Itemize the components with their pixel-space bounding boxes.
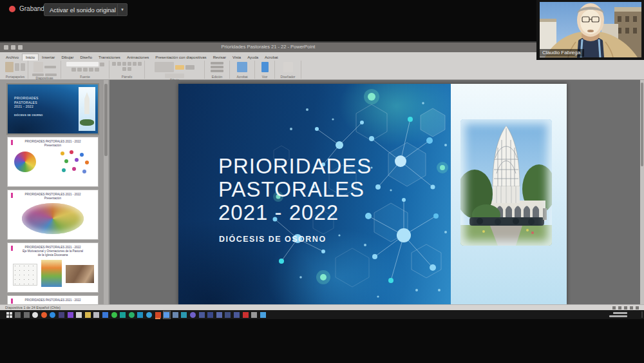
ribbon-button <box>5 62 14 72</box>
ribbon-button <box>100 63 104 66</box>
ribbon-group-dibujo[interactable]: Dibujo <box>145 61 205 79</box>
taskbar-icon-edge[interactable] <box>49 311 57 319</box>
taskbar-icon-whatsapp[interactable] <box>110 311 118 319</box>
ribbon-button <box>77 68 82 72</box>
taskbar-icon-app-dim-3[interactable] <box>215 311 223 319</box>
slideshow-icon[interactable] <box>630 306 633 309</box>
taskbar-icon-app-green[interactable] <box>128 311 135 319</box>
normal-view-icon[interactable] <box>612 306 616 309</box>
taskbar-icon-your-phone[interactable] <box>75 311 83 319</box>
ribbon-button <box>211 66 223 68</box>
taskbar-icon-teams[interactable] <box>189 311 196 319</box>
taskbar-icon-media-player[interactable] <box>251 311 258 319</box>
thumbnail-slide-2[interactable]: PRIORIDADES PASTORALES 2021 - 2022 Prese… <box>8 137 98 186</box>
taskbar-icon-app-blue[interactable] <box>102 311 109 319</box>
taskbar-icon-app-cyan[interactable] <box>137 311 144 319</box>
show-desktop-button[interactable] <box>641 311 643 318</box>
taskbar-icon-windows[interactable] <box>5 311 13 319</box>
ribbon-group-diapositivas[interactable]: Diapositivas <box>28 61 61 79</box>
ribbon-group-label: Acrobat <box>236 75 247 79</box>
vertical-scrollbar[interactable] <box>640 80 644 304</box>
ribbon-tab-ayuda[interactable]: Ayuda <box>244 54 261 61</box>
reading-view-icon[interactable] <box>624 306 627 309</box>
taskbar-icon-app-dim-2[interactable] <box>207 311 214 319</box>
taskbar-icon-app-slate[interactable] <box>171 311 179 319</box>
ppt-work-area: PRIORIDADES PASTORALES 2021 - 2022 DIÓCE… <box>0 80 644 304</box>
zoom-meeting-window: Grabando Activar el sonido original ▼ <box>0 0 644 363</box>
ribbon-tab-dibujar[interactable]: Dibujar <box>58 54 77 61</box>
thumbnail-slide-5[interactable]: PRIORIDADES PASTORALES 2021 - 2022 <box>8 296 98 304</box>
taskbar-icon-app-red[interactable] <box>242 311 249 319</box>
taskbar-icon-app-dim-1[interactable] <box>198 311 205 319</box>
slide-canvas[interactable]: PRIORIDADES PASTORALES 2021 - 2022 DIÓCE… <box>178 84 567 304</box>
taskbar-icon-app-purple[interactable] <box>66 311 74 319</box>
taskbar-icon-cortana[interactable] <box>32 311 39 319</box>
ribbon-group-párrafo[interactable]: Párrafo <box>109 61 145 79</box>
windows-taskbar <box>0 310 644 319</box>
ribbon-groups: PortapapelesDiapositivasFuentePárrafoDib… <box>0 61 644 79</box>
ribbon-button <box>117 62 121 66</box>
view-buttons[interactable] <box>612 306 639 309</box>
thumbnail-slide-4[interactable]: PRIORIDADES PASTORALES 2021 - 2022 Eje M… <box>8 243 98 292</box>
thumbnail-1-title: PRIORIDADES PASTORALES 2021 - 2022 <box>14 96 39 109</box>
taskbar-icon-app-dim-4[interactable] <box>224 311 232 319</box>
taskbar-icon-app-dark[interactable] <box>58 311 66 319</box>
zoom-control-icon[interactable] <box>636 306 639 309</box>
taskbar-icon-zoom-active[interactable] <box>163 311 171 319</box>
slide-blue-area: PRIORIDADES PASTORALES 2021 - 2022 DIÓCE… <box>178 84 451 304</box>
ribbon-tab-diseño[interactable]: Diseño <box>77 54 95 61</box>
original-sound-button[interactable]: Activar el sonido original <box>44 3 122 16</box>
taskbar-icon-app-teal[interactable] <box>119 311 127 319</box>
ribbon-button <box>283 62 293 72</box>
ribbon-button <box>122 62 126 66</box>
slide-sorter-icon[interactable] <box>618 306 621 309</box>
ribbon-group-label: Voz <box>262 75 267 79</box>
ribbon-button <box>122 67 126 71</box>
taskbar-icon-search[interactable] <box>14 311 22 319</box>
thumbnail-3-caption: PRIORIDADES PASTORALES 2021 - 2022 <box>10 193 95 197</box>
thumbnail-slide-3[interactable]: PRIORIDADES PASTORALES 2021 - 2022 Prese… <box>8 190 98 239</box>
ribbon-button <box>155 62 174 72</box>
taskbar-icon-powerpoint[interactable] <box>154 311 162 319</box>
ribbon-tab-vista[interactable]: Vista <box>229 54 244 61</box>
taskbar-icon-folder-amber[interactable] <box>84 311 91 319</box>
slide-thumbnail-panel[interactable]: PRIORIDADES PASTORALES 2021 - 2022 DIÓCE… <box>0 80 109 304</box>
thumbnail-2-circle-image <box>14 152 36 172</box>
thumbnail-scrollbar[interactable] <box>104 80 108 304</box>
ribbon-tab-acrobat[interactable]: Acrobat <box>261 54 281 61</box>
ribbon-tab-animaciones[interactable]: Animaciones <box>124 54 152 61</box>
ribbon-tab-insertar[interactable]: Insertar <box>39 54 58 61</box>
thumbnail-slide-1[interactable]: PRIORIDADES PASTORALES 2021 - 2022 DIÓCE… <box>8 84 98 133</box>
ribbon-button <box>128 67 131 71</box>
ribbon-button <box>89 68 93 72</box>
thumbnail-4-subcaption-2: de la Iglesia Diocesana <box>10 253 95 257</box>
ribbon-group-portapapeles[interactable]: Portapapeles <box>3 61 28 79</box>
ribbon-tab-revisar[interactable]: Revisar <box>210 54 229 61</box>
ribbon-group-diseñador[interactable]: Diseñador <box>275 61 301 79</box>
ribbon-group-fuente[interactable]: Fuente <box>61 61 109 79</box>
ribbon-group-label: Edición <box>212 75 222 79</box>
system-clock[interactable] <box>609 312 627 317</box>
ribbon-tab-transiciones[interactable]: Transiciones <box>95 54 124 61</box>
ribbon-group-label: Párrafo <box>122 75 132 79</box>
thumbnail-4-subcaption: Eje Motivacional y Orientaciones de la P… <box>10 250 95 253</box>
taskbar-icon-app-dim-5[interactable] <box>232 311 240 319</box>
taskbar-icon-file-explorer[interactable] <box>93 311 100 319</box>
ribbon-tab-archivo[interactable]: Archivo <box>3 54 22 61</box>
ribbon-button <box>133 62 137 66</box>
ribbon-tab-inicio[interactable]: Inicio <box>22 54 39 61</box>
status-slide-counter: Diapositiva 1 de 24 Español (Chile) <box>5 306 61 309</box>
taskbar-icon-app-feather[interactable] <box>259 311 267 319</box>
taskbar-icon-camera[interactable] <box>146 311 153 319</box>
taskbar-icon-word[interactable] <box>180 311 188 319</box>
ribbon-tab-presentación-con-diapositivas[interactable]: Presentación con diapositivas <box>152 54 209 61</box>
participant-video[interactable]: Claudio Fabrega <box>536 0 644 60</box>
taskbar-icon-firefox[interactable] <box>40 311 48 319</box>
ribbon-group-acrobat[interactable]: Acrobat <box>230 61 255 79</box>
ribbon-group-voz[interactable]: Voz <box>255 61 275 79</box>
ribbon-group-label: Portapapeles <box>6 75 24 79</box>
ribbon-group-label: Diseñador <box>281 75 296 79</box>
ribbon-group-edición[interactable]: Edición <box>205 61 230 79</box>
taskbar-icon-task-view[interactable] <box>23 311 30 319</box>
original-sound-dropdown[interactable]: ▼ <box>117 3 128 16</box>
